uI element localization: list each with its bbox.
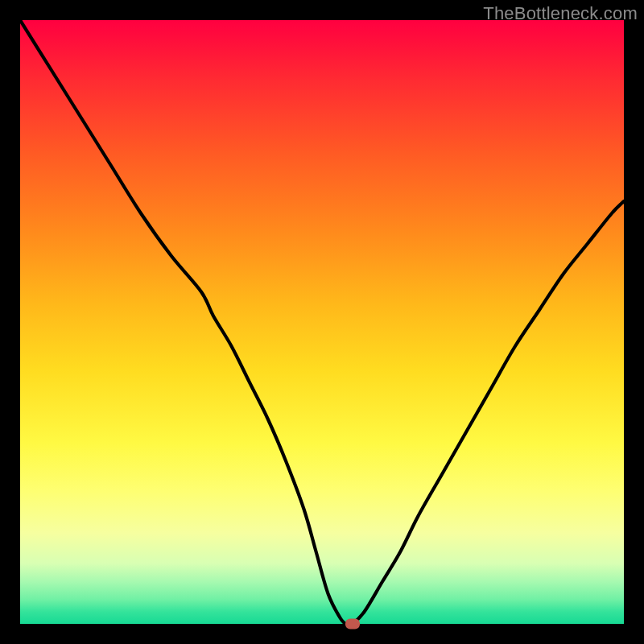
watermark-text: TheBottleneck.com <box>483 3 638 24</box>
plot-area <box>20 20 624 624</box>
chart-frame: TheBottleneck.com <box>0 0 644 644</box>
optimal-point-marker <box>345 619 360 630</box>
bottleneck-curve <box>20 20 624 624</box>
